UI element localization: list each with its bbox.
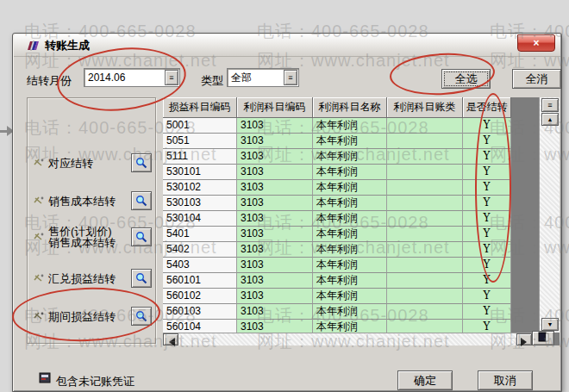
ok-button[interactable]: 确定 [397, 370, 453, 390]
table-cell[interactable] [387, 304, 463, 320]
table-cell[interactable]: 5111 [163, 149, 237, 165]
table-cell[interactable]: 本年利润 [313, 180, 387, 196]
ledger-corner-button[interactable] [532, 331, 554, 345]
include-unposted-icon[interactable] [39, 371, 52, 388]
sidebar-item-corresponding[interactable]: 对应结转 [33, 153, 152, 172]
table-cell[interactable]: 本年利润 [313, 196, 387, 211]
magnifier-button[interactable] [131, 227, 152, 246]
type-ref-button[interactable]: ≡ [284, 70, 297, 85]
table-cell[interactable]: 本年利润 [313, 273, 387, 289]
table-cell[interactable]: 530104 [163, 211, 237, 227]
table-cell[interactable]: 本年利润 [313, 227, 387, 242]
table-cell[interactable]: 本年利润 [313, 165, 387, 180]
table-cell[interactable] [387, 242, 463, 258]
table-cell[interactable]: Y [463, 289, 511, 304]
scroll-down-button[interactable]: ▼ [541, 318, 559, 331]
select-all-button[interactable]: 全选 [441, 69, 491, 89]
table-cell[interactable]: 本年利润 [313, 242, 387, 258]
table-cell[interactable]: Y [463, 258, 511, 273]
sidebar-item-exchange-gain-loss[interactable]: 汇兑损益结转 [33, 269, 152, 288]
scroll-up-button[interactable]: ▲ [541, 113, 559, 126]
table-cell[interactable] [387, 149, 463, 165]
table-cell[interactable]: 3103 [237, 258, 313, 273]
table-cell[interactable] [387, 258, 463, 273]
table-cell[interactable]: Y [463, 211, 511, 227]
table-cell[interactable] [387, 134, 463, 149]
horizontal-scrollbar[interactable] [163, 333, 532, 345]
close-button[interactable]: × [517, 34, 555, 52]
table-cell[interactable]: Y [463, 304, 511, 320]
type-select[interactable]: 全部 ≡ [227, 68, 299, 87]
grid-list-button[interactable]: ≡ [541, 98, 559, 112]
scroll-left-button[interactable] [163, 333, 178, 345]
table-row[interactable]: 5301023103本年利润Y [163, 180, 511, 196]
table-cell[interactable] [387, 227, 463, 242]
table-cell[interactable] [387, 118, 463, 134]
table-cell[interactable]: Y [463, 134, 511, 149]
table-cell[interactable] [387, 165, 463, 180]
table-cell[interactable]: 3103 [237, 211, 313, 227]
table-cell[interactable]: Y [463, 227, 511, 242]
sidebar-item-planned-price-sales-cost[interactable]: 售价(计划价) 销售成本结转 [33, 226, 152, 248]
table-cell[interactable]: 3103 [237, 242, 313, 258]
table-row[interactable]: 5601043103本年利润Y [163, 320, 511, 333]
table-cell[interactable]: 本年利润 [313, 149, 387, 165]
table-cell[interactable]: 本年利润 [313, 258, 387, 273]
table-cell[interactable]: 本年利润 [313, 118, 387, 134]
table-cell[interactable]: 5401 [163, 227, 237, 242]
table-cell[interactable]: 5001 [163, 118, 237, 134]
table-cell[interactable]: 本年利润 [313, 320, 387, 333]
table-cell[interactable]: 3103 [237, 118, 313, 134]
table-row[interactable]: 5301013103本年利润Y [163, 165, 511, 180]
sidebar-item-sales-cost[interactable]: 销售成本结转 [33, 191, 152, 210]
table-cell[interactable]: 5402 [163, 242, 237, 258]
vertical-scrollbar[interactable]: ≡ ▲ ▼ [539, 97, 560, 333]
table-row[interactable]: 50513103本年利润Y [163, 134, 511, 149]
table-cell[interactable]: 560101 [163, 273, 237, 289]
table-cell[interactable]: 3103 [237, 180, 313, 196]
table-cell[interactable]: 560103 [163, 304, 237, 320]
table-cell[interactable]: 530101 [163, 165, 237, 180]
table-cell[interactable]: 530103 [163, 196, 237, 211]
table-row[interactable]: 5601033103本年利润Y [163, 304, 511, 320]
table-cell[interactable]: 3103 [237, 196, 313, 211]
table-cell[interactable] [387, 289, 463, 304]
magnifier-button[interactable] [131, 191, 152, 210]
table-row[interactable]: 5301033103本年利润Y [163, 196, 511, 211]
table-cell[interactable]: 530102 [163, 180, 237, 196]
table-cell[interactable] [387, 180, 463, 196]
table-row[interactable]: 5601023103本年利润Y [163, 289, 511, 304]
table-cell[interactable]: 5051 [163, 134, 237, 149]
month-input[interactable]: 2014.06 ≡ [84, 68, 180, 87]
include-unposted-label[interactable]: 包含未记账凭证 [56, 374, 134, 389]
table-cell[interactable]: 3103 [237, 134, 313, 149]
magnifier-button[interactable] [131, 153, 152, 172]
table-cell[interactable]: 3103 [237, 273, 313, 289]
table-cell[interactable]: 3103 [237, 320, 313, 333]
table-cell[interactable]: 本年利润 [313, 134, 387, 149]
table-cell[interactable]: Y [463, 165, 511, 180]
table-cell[interactable]: 本年利润 [313, 304, 387, 320]
table-cell[interactable]: Y [463, 320, 511, 333]
table-row[interactable]: 5301043103本年利润Y [163, 211, 511, 227]
table-row[interactable]: 5601013103本年利润Y [163, 273, 511, 289]
table-cell[interactable]: Y [463, 118, 511, 134]
table-cell[interactable]: 560102 [163, 289, 237, 304]
table-cell[interactable]: 560104 [163, 320, 237, 333]
table-row[interactable]: 54033103本年利润Y [163, 258, 511, 273]
table-cell[interactable]: Y [463, 196, 511, 211]
magnifier-button[interactable] [131, 307, 152, 326]
table-cell[interactable] [387, 273, 463, 289]
table-cell[interactable] [387, 211, 463, 227]
table-cell[interactable]: 本年利润 [313, 289, 387, 304]
table-cell[interactable]: 3103 [237, 304, 313, 320]
table-cell[interactable]: Y [463, 180, 511, 196]
cancel-button[interactable]: 取消 [478, 370, 533, 390]
month-ref-button[interactable]: ≡ [165, 70, 178, 85]
table-cell[interactable]: 5403 [163, 258, 237, 273]
table-row[interactable]: 54013103本年利润Y [163, 227, 511, 242]
magnifier-button[interactable] [131, 269, 152, 288]
table-row[interactable]: 54023103本年利润Y [163, 242, 511, 258]
table-cell[interactable]: Y [463, 273, 511, 289]
table-row[interactable]: 51113103本年利润Y [163, 149, 511, 165]
